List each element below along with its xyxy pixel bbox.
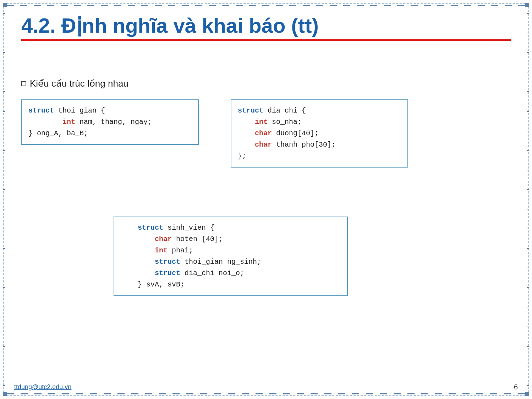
code-line: char duong[40]; [238, 128, 401, 139]
right-ticks [527, 4, 529, 395]
keyword-int: int [155, 246, 168, 255]
page-number: 6 [514, 383, 518, 391]
code-line: int phai; [121, 245, 341, 256]
code-box-dia-chi: struct dia_chi { int so_nha; char duong[… [231, 99, 408, 168]
code-line: struct dia_chi { [238, 105, 401, 116]
keyword-char: char [255, 141, 272, 149]
keyword-char: char [155, 235, 172, 243]
footer-link[interactable]: ttdung@utc2.edu.vn [14, 383, 71, 391]
code-line: }; [238, 151, 401, 162]
corner-br [525, 392, 529, 396]
code-box-sinh-vien: struct sinh_vien { char hoten [40]; int … [114, 217, 348, 296]
code-line: struct dia_chi noi_o; [121, 268, 341, 279]
keyword-int: int [255, 118, 268, 126]
keyword-char: char [255, 129, 272, 137]
code-line: int so_nha; [238, 116, 401, 128]
code-line: char hoten [40]; [121, 234, 341, 245]
corner-bl [3, 392, 7, 396]
corner-tr [525, 3, 529, 7]
section-label-text: Kiểu cấu trúc lồng nhau [30, 78, 128, 89]
code-box-thoi-gian: struct thoi_gian { int nam, thang, ngay;… [21, 99, 199, 145]
keyword-struct: struct [155, 258, 180, 266]
top-dashes [4, 4, 528, 7]
code-line: struct sinh_vien { [121, 222, 341, 234]
keyword-struct: struct [155, 269, 180, 277]
bullet-square [21, 81, 26, 86]
slide-frame: 4.2. Định nghĩa và khai báo (tt) Kiểu cấ… [3, 3, 529, 396]
code-line: int nam, thang, ngay; [28, 116, 192, 128]
code-line: struct thoi_gian ng_sinh; [121, 256, 341, 268]
code-line: } ong_A, ba_B; [28, 128, 192, 139]
code-line: struct thoi_gian { [28, 105, 192, 116]
keyword-struct: struct [28, 106, 54, 115]
code-line: char thanh_pho[30]; [238, 139, 401, 151]
keyword-int: int [62, 118, 75, 126]
keyword-struct: struct [238, 106, 263, 115]
left-ticks [3, 4, 5, 395]
footer: ttdung@utc2.edu.vn 6 [14, 383, 518, 391]
title-underline [21, 39, 511, 41]
code-line: } svA, svB; [121, 279, 341, 290]
keyword-struct: struct [138, 224, 163, 232]
slide-title: 4.2. Định nghĩa và khai báo (tt) [21, 14, 511, 41]
section-label: Kiểu cấu trúc lồng nhau [21, 78, 128, 89]
bottom-dashes [4, 392, 528, 395]
title-text: 4.2. Định nghĩa và khai báo (tt) [21, 14, 511, 37]
corner-tl [3, 3, 7, 7]
